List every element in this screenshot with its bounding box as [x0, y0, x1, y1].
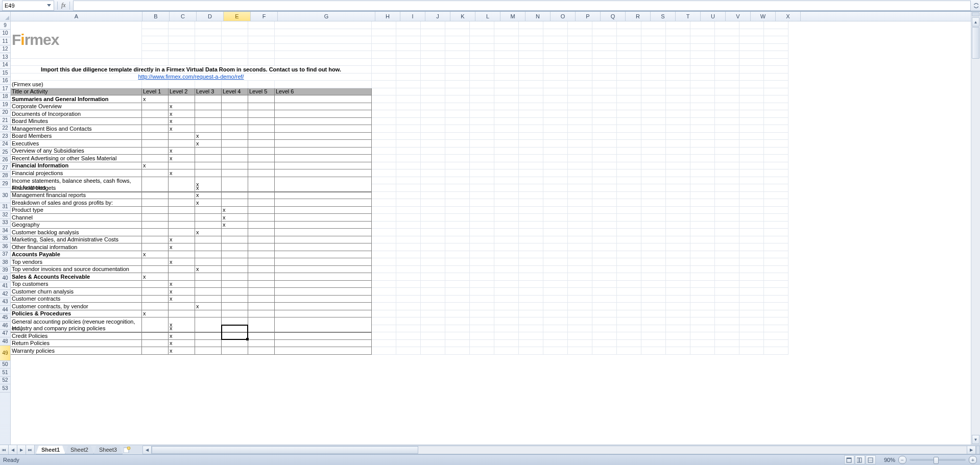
view-page-break-icon[interactable] — [866, 455, 876, 464]
cell-empty[interactable] — [470, 207, 494, 214]
cell-empty[interactable] — [715, 51, 739, 59]
cell-empty[interactable] — [445, 21, 470, 29]
level-5-row-51[interactable] — [248, 332, 275, 340]
cell-empty[interactable] — [372, 229, 396, 236]
level-4-row-48[interactable] — [222, 310, 248, 318]
scroll-up-icon[interactable]: ▲ — [972, 17, 979, 27]
cell-empty[interactable] — [690, 222, 715, 229]
cell-empty[interactable] — [519, 192, 543, 200]
cell-empty[interactable] — [666, 36, 690, 44]
cell-empty[interactable] — [592, 243, 617, 251]
cell-empty[interactable] — [690, 266, 715, 274]
level-1-row-36[interactable] — [142, 222, 169, 229]
cell-empty[interactable] — [470, 169, 494, 177]
cell-empty[interactable] — [617, 325, 641, 333]
cell-empty[interactable] — [421, 21, 445, 29]
title-cell-39[interactable]: Other financial information — [11, 243, 142, 251]
cell-empty[interactable] — [372, 184, 396, 192]
cell-empty[interactable] — [494, 222, 519, 229]
level-6-row-37[interactable] — [275, 229, 372, 236]
cell-empty[interactable] — [372, 103, 396, 111]
cell-empty[interactable] — [248, 29, 275, 37]
cell-empty[interactable] — [641, 296, 666, 303]
firmex-logo[interactable]: Firmex — [11, 21, 142, 59]
cell-empty[interactable] — [739, 192, 764, 200]
cell-empty[interactable] — [641, 288, 666, 296]
row-header-19[interactable]: 19 — [0, 101, 10, 109]
cell-empty[interactable] — [445, 140, 470, 148]
level-5-row-22[interactable] — [248, 118, 275, 126]
level-2-row-52[interactable]: x — [169, 340, 195, 348]
cell-empty[interactable] — [739, 125, 764, 133]
cell-empty[interactable] — [543, 177, 568, 185]
level-4-row-37[interactable] — [222, 229, 248, 236]
cell-empty[interactable] — [764, 88, 788, 96]
cell-empty[interactable] — [617, 258, 641, 266]
row-header-48[interactable]: 48 — [0, 337, 10, 346]
cell-empty[interactable] — [739, 296, 764, 303]
level-4-row-24[interactable] — [222, 133, 248, 140]
level-3-row-46[interactable] — [195, 296, 222, 303]
cell-empty[interactable] — [372, 288, 396, 296]
cell-empty[interactable] — [494, 51, 519, 59]
level-1-row-38[interactable] — [142, 236, 169, 244]
cell-empty[interactable] — [617, 36, 641, 44]
level-6-row-29[interactable] — [275, 169, 372, 177]
cell-empty[interactable] — [568, 236, 592, 244]
cell-empty[interactable] — [445, 110, 470, 118]
cell-empty[interactable] — [396, 303, 421, 310]
cell-empty[interactable] — [372, 29, 396, 37]
title-cell-36[interactable]: Geography — [11, 222, 142, 229]
cell-empty[interactable] — [248, 59, 275, 66]
cell-empty[interactable] — [421, 177, 445, 185]
level-3-row-40[interactable] — [195, 251, 222, 259]
table-header-0[interactable]: Title or Activity — [11, 88, 142, 96]
title-cell-22[interactable]: Board Minutes — [11, 118, 142, 126]
level-6-row-51[interactable] — [275, 332, 372, 340]
cell-empty[interactable] — [715, 236, 739, 244]
cell-empty[interactable] — [690, 296, 715, 303]
cell-empty[interactable] — [372, 273, 396, 281]
cell-empty[interactable] — [764, 140, 788, 148]
cell-empty[interactable] — [421, 347, 445, 355]
cell-empty[interactable] — [739, 332, 764, 340]
cell-empty[interactable] — [715, 133, 739, 140]
cell-empty[interactable] — [690, 303, 715, 310]
cell-empty[interactable] — [470, 36, 494, 44]
cell-empty[interactable] — [641, 36, 666, 44]
col-header-C[interactable]: C — [170, 12, 197, 21]
cell-empty[interactable] — [543, 95, 568, 103]
cell-empty[interactable] — [396, 95, 421, 103]
cell-empty[interactable] — [617, 243, 641, 251]
cell-empty[interactable] — [519, 36, 543, 44]
cell-empty[interactable] — [739, 59, 764, 66]
cell-empty[interactable] — [445, 243, 470, 251]
cell-empty[interactable] — [641, 325, 666, 333]
level-2-row-46[interactable]: x — [169, 296, 195, 303]
cell-empty[interactable] — [519, 88, 543, 96]
level-3-row-29[interactable] — [195, 169, 222, 177]
level-2-row-29[interactable]: x — [169, 169, 195, 177]
cell-empty[interactable] — [764, 29, 788, 37]
row-header-50[interactable]: 50 — [0, 361, 10, 369]
level-5-row-36[interactable] — [248, 222, 275, 229]
row-header-11[interactable]: 11 — [0, 37, 10, 45]
cell-empty[interactable] — [519, 21, 543, 29]
cell-empty[interactable] — [666, 51, 690, 59]
col-header-E[interactable]: E — [224, 12, 251, 21]
level-1-row-29[interactable] — [142, 169, 169, 177]
cell-empty[interactable] — [543, 222, 568, 229]
cell-empty[interactable] — [421, 258, 445, 266]
row-header-52[interactable]: 52 — [0, 377, 10, 385]
cell-empty[interactable] — [617, 66, 641, 74]
cell-empty[interactable] — [715, 95, 739, 103]
cell-empty[interactable] — [617, 59, 641, 66]
cell-empty[interactable] — [568, 273, 592, 281]
cell-empty[interactable] — [445, 266, 470, 274]
cell-empty[interactable] — [666, 155, 690, 162]
cell-empty[interactable] — [142, 51, 169, 59]
cell-empty[interactable] — [445, 310, 470, 318]
cell-empty[interactable] — [396, 162, 421, 170]
cell-empty[interactable] — [715, 243, 739, 251]
cell-empty[interactable] — [592, 103, 617, 111]
